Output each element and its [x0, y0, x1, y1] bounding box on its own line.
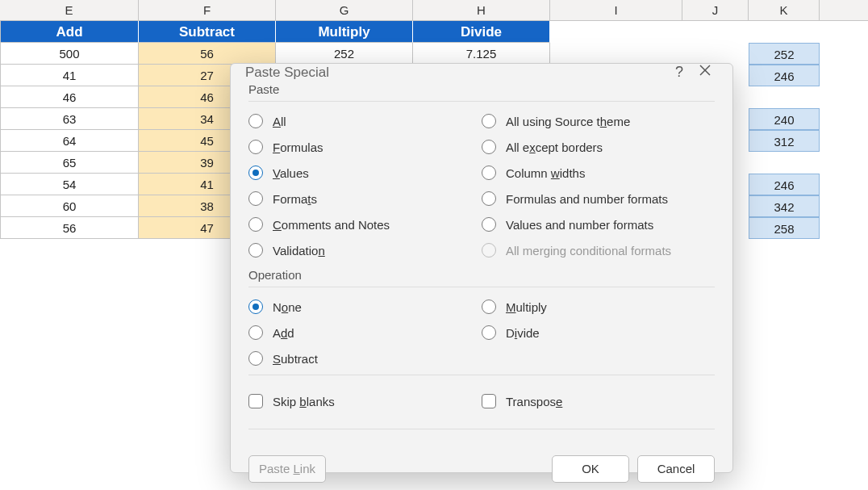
operation-group: NoneAddSubtract MultiplyDivide	[248, 287, 715, 375]
close-icon[interactable]	[692, 64, 718, 81]
radio-icon	[248, 140, 263, 154]
radio-label: All using Source theme	[506, 115, 630, 128]
radio-icon	[482, 140, 496, 154]
radio-label: All	[273, 115, 286, 128]
column-header-J[interactable]: J	[682, 0, 749, 20]
radio-icon	[248, 165, 263, 180]
radio-label: Comments and Notes	[273, 218, 390, 232]
radio-label: Validation	[273, 244, 325, 258]
transpose-checkbox[interactable]: Transpose	[482, 388, 715, 414]
cell-E[interactable]: 65	[0, 152, 139, 174]
cell-E[interactable]: 64	[0, 130, 139, 152]
cell-E[interactable]: 46	[0, 86, 139, 108]
cell-E[interactable]: 60	[0, 195, 139, 217]
column-header-H[interactable]: H	[413, 0, 550, 20]
column-header-K[interactable]: K	[749, 0, 820, 20]
paste-link-button: Paste Link	[248, 455, 326, 483]
header-cell-add[interactable]: Add	[0, 21, 139, 43]
blank-cell[interactable]	[550, 21, 682, 43]
radio-label: Divide	[506, 326, 540, 340]
blank-cell[interactable]	[749, 21, 820, 43]
paste-comments-radio[interactable]: Comments and Notes	[248, 211, 482, 237]
paste-group: AllFormulasValuesFormatsComments and Not…	[248, 101, 715, 266]
column-header-G[interactable]: G	[276, 0, 413, 20]
paste-group-label: Paste	[248, 82, 715, 96]
radio-icon	[482, 217, 496, 232]
dialog-footer: Paste Link OK Cancel	[231, 447, 732, 490]
cell-E[interactable]: 63	[0, 108, 139, 130]
radio-icon	[482, 165, 496, 180]
column-header-E[interactable]: E	[0, 0, 139, 20]
blank-cell[interactable]	[550, 43, 682, 65]
operation-divide-radio[interactable]: Divide	[482, 320, 715, 346]
cell-E[interactable]: 41	[0, 65, 139, 86]
operation-add-radio[interactable]: Add	[248, 320, 482, 346]
paste-all-radio[interactable]: All	[248, 108, 482, 134]
paste-colwidths-radio[interactable]: Column widths	[482, 160, 715, 186]
radio-icon	[482, 191, 496, 206]
column-header-row: E F G H I J K	[0, 0, 868, 21]
cell-K[interactable]: 240	[749, 108, 820, 130]
radio-label: Values	[273, 166, 309, 180]
radio-label: All except borders	[506, 140, 603, 154]
radio-label: Column widths	[506, 166, 585, 180]
paste-formulanum-radio[interactable]: Formulas and number formats	[482, 186, 715, 211]
column-header-F[interactable]: F	[139, 0, 276, 20]
checkbox-icon	[248, 394, 263, 408]
cell-K[interactable]: 258	[749, 217, 820, 239]
operation-multiply-radio[interactable]: Multiply	[482, 294, 715, 320]
cell-K[interactable]: 342	[749, 195, 820, 217]
radio-icon	[248, 114, 263, 128]
header-cell-subtract[interactable]: Subtract	[139, 21, 276, 43]
cell-K[interactable]: 252	[749, 43, 820, 65]
cell-K[interactable]: 246	[749, 174, 820, 195]
header-cell-multiply[interactable]: Multiply	[276, 21, 413, 43]
help-icon[interactable]: ?	[666, 64, 692, 81]
column-header-I[interactable]: I	[550, 0, 682, 20]
operation-group-label: Operation	[248, 268, 715, 282]
blank-cell[interactable]	[682, 21, 749, 43]
cell-E[interactable]: 500	[0, 43, 139, 65]
paste-valuenum-radio[interactable]: Values and number formats	[482, 211, 715, 237]
blank-cell[interactable]	[682, 43, 749, 65]
radio-icon	[248, 243, 263, 258]
skip-blanks-checkbox[interactable]: Skip blanks	[248, 388, 482, 414]
paste-formats-radio[interactable]: Formats	[248, 186, 482, 211]
radio-label: Subtract	[273, 352, 318, 366]
cell-K[interactable]	[749, 86, 820, 108]
dialog-titlebar: Paste Special ?	[231, 64, 732, 81]
dialog-title-text: Paste Special	[245, 65, 329, 81]
radio-label: Values and number formats	[506, 218, 653, 232]
cell-K[interactable]: 312	[749, 130, 820, 152]
paste-validation-radio[interactable]: Validation	[248, 237, 482, 263]
cell-E[interactable]: 56	[0, 217, 139, 239]
cell-H[interactable]: 7.125	[413, 43, 550, 65]
header-data-row: Add Subtract Multiply Divide	[0, 21, 868, 43]
radio-icon	[482, 114, 496, 128]
ok-button[interactable]: OK	[552, 455, 629, 483]
options-group: Skip blanks Transpose	[248, 375, 715, 424]
radio-icon	[248, 217, 263, 232]
radio-icon	[248, 351, 263, 366]
header-cell-divide[interactable]: Divide	[413, 21, 550, 43]
cell-F[interactable]: 56	[139, 43, 276, 65]
cell-K[interactable]	[749, 152, 820, 174]
operation-none-radio[interactable]: None	[248, 294, 482, 320]
table-row: 500562527.125252	[0, 43, 868, 65]
cancel-button[interactable]: Cancel	[637, 455, 715, 483]
radio-label: Formats	[273, 192, 317, 206]
cell-G[interactable]: 252	[276, 43, 413, 65]
checkbox-icon	[482, 394, 496, 408]
paste-theme-radio[interactable]: All using Source theme	[482, 108, 715, 134]
paste-values-radio[interactable]: Values	[248, 160, 482, 186]
operation-subtract-radio[interactable]: Subtract	[248, 346, 482, 371]
cell-E[interactable]: 54	[0, 174, 139, 195]
radio-icon	[482, 243, 496, 258]
paste-noborders-radio[interactable]: All except borders	[482, 134, 715, 160]
paste-mergecond-radio: All merging conditional formats	[482, 237, 715, 263]
paste-formulas-radio[interactable]: Formulas	[248, 134, 482, 160]
radio-icon	[482, 325, 496, 340]
paste-special-dialog: Paste Special ? Paste AllFormulasValuesF…	[230, 63, 733, 473]
cell-K[interactable]: 246	[749, 65, 820, 86]
radio-icon	[248, 325, 263, 340]
